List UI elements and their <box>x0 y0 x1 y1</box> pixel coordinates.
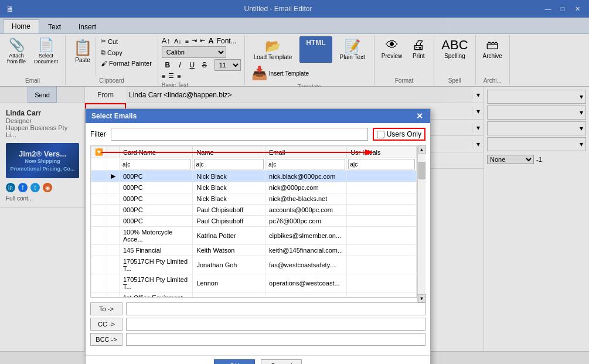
table-row[interactable]: 000PC Paul Chipisuboff pc76@000pc.com <box>91 216 417 227</box>
td-row-filter <box>91 227 107 245</box>
cancel-button[interactable]: Cancel <box>261 359 302 364</box>
th-filter: 🔽 <box>91 147 107 158</box>
bcc-assign-button[interactable]: BCC -> <box>90 333 122 346</box>
modal-title: Select Emails <box>91 112 137 120</box>
modal-body: Filter Users Only 🔽 Card Name <box>86 123 430 355</box>
td-name: Katrina Potter <box>193 227 265 245</box>
filter-card-name-input[interactable] <box>121 159 191 169</box>
modal-overlay: Select Emails ✕ Filter Users Only <box>0 0 589 364</box>
td-row-expand <box>107 245 120 256</box>
cc-assign-input[interactable] <box>126 318 425 331</box>
td-name: John De Groot <box>193 292 265 298</box>
select-emails-modal: Select Emails ✕ Filter Users Only <box>85 108 431 364</box>
filter-input[interactable] <box>111 128 368 141</box>
td-email: nick.black@000pc.com <box>265 171 347 182</box>
td-card-name: 000PC <box>120 205 193 216</box>
table-area: 🔽 Card Name Name Email Usr Initials <box>90 145 425 302</box>
to-assign-button[interactable]: To -> <box>90 302 122 315</box>
td-usr <box>347 274 417 292</box>
td-usr <box>347 227 417 245</box>
td-filter-name <box>193 158 265 171</box>
email-table-container[interactable]: 🔽 Card Name Name Email Usr Initials <box>90 145 417 298</box>
td-name: Lennon <box>193 274 265 292</box>
users-only-checkbox-label[interactable]: Users Only <box>373 128 425 141</box>
td-card-name: 000PC <box>120 182 193 193</box>
td-name: Nick Black <box>193 182 265 193</box>
td-row-expand <box>107 182 120 193</box>
td-card-name: 1st Office Equipment Ltd <box>120 292 193 298</box>
table-row[interactable]: 1st Office Equipment Ltd John De Groot j… <box>91 292 417 298</box>
td-expand <box>107 158 120 171</box>
td-row-expand <box>107 292 120 298</box>
table-head: 🔽 Card Name Name Email Usr Initials <box>91 147 417 171</box>
table-row[interactable]: 000PC Nick Black nick@000pc.com <box>91 182 417 193</box>
td-email: accounts@000pc.com <box>265 205 347 216</box>
td-name: Nick Black <box>193 193 265 205</box>
td-card-name: 000PC <box>120 171 193 182</box>
td-usr <box>347 171 417 182</box>
table-scrollbar[interactable]: ▲ ▼ <box>417 145 425 302</box>
td-row-expand <box>107 193 120 205</box>
td-email: keith@145financial.com... <box>265 245 347 256</box>
td-row-expand <box>107 227 120 245</box>
email-table: 🔽 Card Name Name Email Usr Initials <box>91 146 417 298</box>
bottom-fields: To -> CC -> BCC -> <box>90 302 425 346</box>
table-row[interactable]: 100% Motorcycle Acce... Katrina Potter c… <box>91 227 417 245</box>
th-name: Name <box>193 147 265 158</box>
td-card-name: 145 Financial <box>120 245 193 256</box>
td-card-name: 100% Motorcycle Acce... <box>120 227 193 245</box>
td-row-filter <box>91 205 107 216</box>
table-row[interactable]: 145 Financial Keith Watson keith@145fina… <box>91 245 417 256</box>
td-email: pc76@000pc.com <box>265 216 347 227</box>
td-card-name: 000PC <box>120 193 193 205</box>
td-row-expand <box>107 256 120 274</box>
table-header-row: 🔽 Card Name Name Email Usr Initials <box>91 147 417 158</box>
ok-button[interactable]: OK <box>214 359 255 364</box>
td-filter-icon <box>91 158 107 171</box>
to-assign-input[interactable] <box>126 302 425 315</box>
td-usr <box>347 216 417 227</box>
td-row-expand: ▶ <box>107 171 120 182</box>
filter-email-input[interactable] <box>267 159 345 169</box>
td-row-expand <box>107 274 120 292</box>
td-row-filter <box>91 274 107 292</box>
td-row-filter <box>91 256 107 274</box>
users-only-checkbox[interactable] <box>377 131 384 138</box>
filter-row: Filter Users Only <box>90 128 425 141</box>
td-row-expand <box>107 205 120 216</box>
cc-field-row: CC -> <box>90 318 425 331</box>
td-usr <box>347 182 417 193</box>
td-row-filter <box>91 245 107 256</box>
td-name: Paul Chipisuboff <box>193 205 265 216</box>
td-name: Nick Black <box>193 171 265 182</box>
td-usr <box>347 292 417 298</box>
email-table-body: ▶ 000PC Nick Black nick.black@000pc.com … <box>91 171 417 298</box>
scroll-thumb[interactable] <box>418 162 425 179</box>
modal-close-button[interactable]: ✕ <box>415 111 424 121</box>
bcc-assign-input[interactable] <box>126 333 425 346</box>
td-usr <box>347 205 417 216</box>
td-name: Keith Watson <box>193 245 265 256</box>
filter-name-input[interactable] <box>194 159 264 169</box>
td-filter-email <box>265 158 347 171</box>
table-row[interactable]: ▶ 000PC Nick Black nick.black@000pc.com <box>91 171 417 182</box>
th-email: Email <box>265 147 347 158</box>
td-row-filter <box>91 182 107 193</box>
td-row-expand <box>107 216 120 227</box>
table-row[interactable]: 170517CH Pty Limited T... Jonathan Goh f… <box>91 256 417 274</box>
td-card-name: 170517CH Pty Limited T... <box>120 256 193 274</box>
cc-assign-button[interactable]: CC -> <box>90 318 122 331</box>
scroll-up-button[interactable]: ▲ <box>418 145 426 154</box>
table-row[interactable]: 000PC Nick Black nick@the-blacks.net <box>91 193 417 205</box>
filter-usr-input[interactable] <box>348 159 415 169</box>
table-row[interactable]: 170517CH Pty Limited T... Lennon operati… <box>91 274 417 292</box>
td-email: nick@000pc.com <box>265 182 347 193</box>
scroll-down-button[interactable]: ▼ <box>418 294 426 302</box>
td-email: fas@westcoastsafety.... <box>265 256 347 274</box>
table-row[interactable]: 000PC Paul Chipisuboff accounts@000pc.co… <box>91 205 417 216</box>
td-usr <box>347 193 417 205</box>
th-expand <box>107 147 120 158</box>
td-card-name: 170517CH Pty Limited T... <box>120 274 193 292</box>
td-row-filter <box>91 216 107 227</box>
td-filter-usr <box>347 158 417 171</box>
